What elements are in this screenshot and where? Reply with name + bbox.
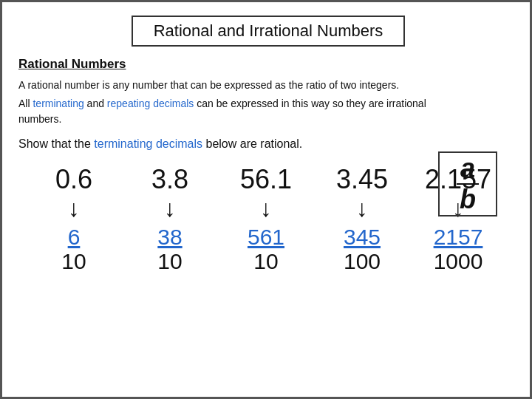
arrow-down-2: ↓ [260,197,272,220]
fraction-result-1: 3810 [157,225,182,273]
decimal-item-0: 0.6↓610 [26,164,122,273]
frac-numerator-2: 561 [248,225,284,249]
frac-denominator-2: 10 [253,249,278,273]
decimal-value-0: 0.6 [55,164,92,195]
fraction-result-4: 21571000 [434,225,483,273]
fraction-result-2: 56110 [248,225,284,273]
decimal-value-2: 56.1 [240,164,292,195]
decimal-item-1: 3.8↓3810 [122,164,218,273]
title-box: Rational and Irrational Numbers [132,16,406,47]
decimal-item-2: 56.1↓56110 [218,164,314,273]
description-1-text: A rational number is any number that can… [18,79,399,91]
fraction-denominator: b [460,186,476,213]
fraction-result-0: 610 [61,225,86,273]
frac-denominator-3: 100 [344,249,381,273]
description-1: A rational number is any number that can… [18,78,432,93]
section-heading: Rational Numbers [18,57,518,72]
fraction-box: a b [438,151,497,216]
frac-numerator-0: 6 [68,225,81,249]
page: Rational and Irrational Numbers Rational… [2,2,532,399]
frac-denominator-4: 1000 [434,249,483,273]
fraction-display: a b [457,155,479,213]
decimal-value-1: 3.8 [151,164,188,195]
frac-numerator-4: 2157 [434,225,483,249]
decimal-value-3: 3.45 [336,164,388,195]
frac-numerator-3: 345 [344,225,381,249]
arrow-down-0: ↓ [68,197,80,220]
decimal-item-3: 3.45↓345100 [314,164,410,273]
description-2: All terminating and repeating decimals c… [18,96,432,127]
arrow-down-1: ↓ [164,197,176,220]
arrow-down-3: ↓ [356,197,368,220]
frac-numerator-1: 38 [157,225,182,249]
fraction-result-3: 345100 [344,225,381,273]
frac-denominator-0: 10 [61,249,86,273]
frac-denominator-1: 10 [157,249,182,273]
fraction-numerator: a [460,155,475,182]
page-title: Rational and Irrational Numbers [154,21,383,40]
show-line: Show that the terminating decimals below… [18,137,518,151]
